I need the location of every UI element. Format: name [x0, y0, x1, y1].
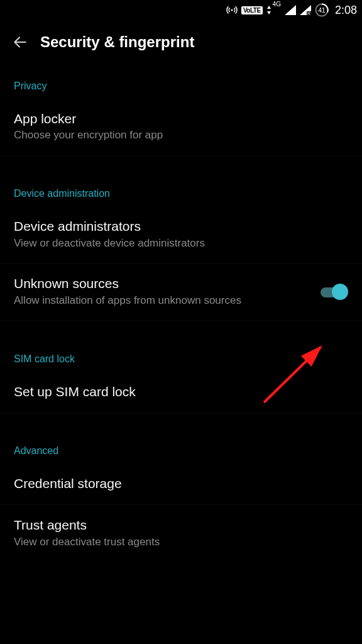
svg-point-0 [231, 9, 233, 11]
item-title: Set up SIM card lock [14, 383, 348, 400]
item-title: Unknown sources [14, 275, 309, 292]
signal-2-sublabel: R [307, 11, 311, 16]
status-clock: 2:08 [335, 4, 357, 17]
item-subtitle: View or deactivate trust agents [14, 535, 348, 550]
status-bar: VoLTE 4G R 41 2:08 [0, 0, 362, 20]
item-trust-agents[interactable]: Trust agents View or deactivate trust ag… [0, 504, 362, 562]
section-header-device-admin: Device administration [0, 172, 362, 206]
item-title: Device administrators [14, 218, 348, 235]
settings-list: Privacy App locker Choose your encryptio… [0, 64, 362, 644]
section-divider [0, 155, 362, 172]
signal-2-icon: R [300, 5, 311, 15]
battery-icon: 41 [315, 3, 329, 17]
page-title: Security & fingerprint [40, 33, 194, 51]
item-app-locker[interactable]: App locker Choose your encryption for ap… [0, 98, 362, 155]
item-subtitle: Allow installation of apps from unknown … [14, 294, 309, 308]
item-subtitle: Choose your encryption for app [14, 128, 348, 143]
data-arrows-icon [266, 6, 272, 14]
battery-text: 41 [318, 7, 325, 14]
section-header-advanced: Advanced [0, 429, 362, 463]
back-button[interactable] [8, 30, 33, 55]
arrow-left-icon [12, 34, 28, 50]
item-subtitle: View or deactivate device administrators [14, 236, 348, 251]
item-title: App locker [14, 110, 348, 127]
hotspot-icon [226, 4, 238, 16]
section-header-privacy: Privacy [0, 64, 362, 98]
unknown-sources-toggle[interactable] [319, 283, 348, 301]
item-device-administrators[interactable]: Device administrators View or deactivate… [0, 206, 362, 263]
item-title: Trust agents [14, 516, 348, 533]
item-credential-storage[interactable]: Credential storage [0, 463, 362, 504]
section-divider [0, 413, 362, 429]
section-header-sim-lock: SIM card lock [0, 337, 362, 371]
network-type-label: 4G [273, 1, 281, 8]
toggle-thumb [332, 284, 348, 300]
app-bar: Security & fingerprint [0, 20, 362, 64]
item-title: Credential storage [14, 475, 348, 492]
item-sim-card-lock[interactable]: Set up SIM card lock [0, 371, 362, 413]
signal-1-icon [285, 5, 296, 15]
item-unknown-sources[interactable]: Unknown sources Allow installation of ap… [0, 263, 362, 320]
section-divider [0, 321, 362, 337]
volte-icon: VoLTE [241, 6, 263, 14]
